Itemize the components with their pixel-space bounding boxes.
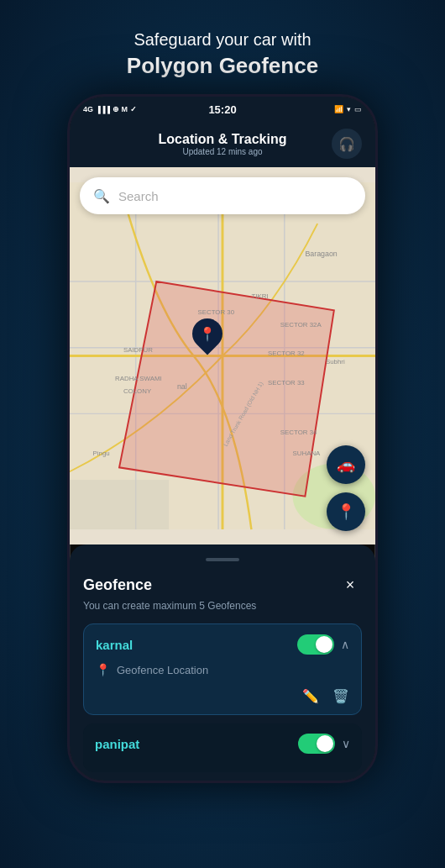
toggle-knob-panipat [317,735,333,752]
geofence-item-karnal: karnal ∧ 📍 Geofence Location ✏️ 🗑️ [83,623,362,715]
geofence-controls-karnal: ∧ [297,634,349,655]
location-icon: 📍 [96,663,110,676]
geofence-controls-panipat: ∨ [298,734,350,754]
panel-handle [206,558,239,561]
svg-rect-10 [70,480,169,529]
search-bar[interactable]: 🔍 Search [80,177,365,214]
header-subtitle: Updated 12 mins ago [113,147,332,156]
geofence-toggle-karnal[interactable] [297,634,334,655]
delete-icon[interactable]: 🗑️ [332,688,349,704]
phone-icon: 📶 [334,105,343,113]
status-icons: ⊕ M ✓ [113,105,137,113]
panel-close-button[interactable]: × [338,573,362,597]
search-icon: 🔍 [93,188,110,204]
car-icon: 🚗 [337,455,355,474]
geofence-toggle-panipat[interactable] [298,734,335,754]
map-area[interactable]: Baragaon TIKRI SECTOR 30 SECTOR 32A SECT… [70,167,375,544]
search-input[interactable]: Search [118,189,159,203]
headline-bold: Polygon Geofence [127,53,318,79]
fab-buttons: 🚗 📍 [327,445,365,531]
svg-text:SECTOR 32A: SECTOR 32A [280,321,322,329]
status-left: 4G ▐▐▐ ⊕ M ✓ [83,105,137,113]
geofence-location-row: 📍 Geofence Location [96,663,349,676]
car-location-button[interactable]: 🚗 [327,445,365,484]
panel-title: Geofence [83,576,152,594]
headset-icon: 🎧 [338,136,355,152]
status-bar: 4G ▐▐▐ ⊕ M ✓ 15:20 📶 ▾ ▭ [70,97,375,122]
phone-frame: 4G ▐▐▐ ⊕ M ✓ 15:20 📶 ▾ ▭ Location & Trac… [67,94,378,783]
svg-text:Baragaon: Baragaon [305,250,337,258]
svg-text:SUHANA: SUHANA [293,450,322,457]
svg-text:SECTOR 33: SECTOR 33 [268,379,305,387]
status-time: 15:20 [208,103,236,116]
geofence-location-label: Geofence Location [117,664,208,676]
geofence-item-panipat: panipat ∨ [83,723,362,772]
svg-text:Pingu: Pingu [93,450,110,457]
pin-icon: 📍 [199,325,216,341]
map-pin: 📍 [192,318,222,349]
signal-4g: 4G [83,105,93,113]
svg-text:SECTOR 34: SECTOR 34 [280,429,317,436]
svg-text:SECTOR 32: SECTOR 32 [268,350,305,358]
svg-text:RADHA SWAMI: RADHA SWAMI [115,375,162,382]
svg-text:TIKRI: TIKRI [251,292,268,300]
headline: Safeguard your car with Polygon Geofence [127,30,318,79]
signal-bars: ▐▐▐ [96,106,110,113]
phone-location-button[interactable]: 📍 [327,492,365,531]
panel-subtitle: You can create maximum 5 Geofences [83,600,362,612]
geofence-panel: Geofence × You can create maximum 5 Geof… [70,544,375,781]
panel-header: Geofence × [83,573,362,597]
geofence-name-karnal: karnal [96,638,133,652]
geofence-name-panipat: panipat [95,737,139,751]
toggle-knob-karnal [316,636,332,653]
chevron-down-panipat[interactable]: ∨ [342,737,350,750]
headline-top: Safeguard your car with [127,30,318,50]
header-title-area: Location & Tracking Updated 12 mins ago [113,132,332,156]
svg-text:SAIDPUR: SAIDPUR [123,346,153,354]
wifi-icon: ▾ [347,105,351,113]
svg-text:Subhri: Subhri [326,358,345,366]
svg-text:nal: nal [177,382,187,391]
status-right: 📶 ▾ ▭ [334,105,362,113]
battery-icon: ▭ [354,105,362,113]
geofence-actions: ✏️ 🗑️ [96,685,349,704]
phone-pin-icon: 📍 [337,502,355,521]
header-title: Location & Tracking [113,132,332,147]
edit-icon[interactable]: ✏️ [302,688,319,704]
chevron-up-karnal[interactable]: ∧ [341,638,349,651]
geofence-item-header-karnal: karnal ∧ [96,634,349,655]
geofence-item-header-panipat: panipat ∨ [95,734,350,754]
headset-button[interactable]: 🎧 [332,129,362,159]
svg-text:COLONY: COLONY [123,387,152,395]
svg-text:SECTOR 30: SECTOR 30 [197,308,234,316]
app-header: Location & Tracking Updated 12 mins ago … [70,122,375,167]
